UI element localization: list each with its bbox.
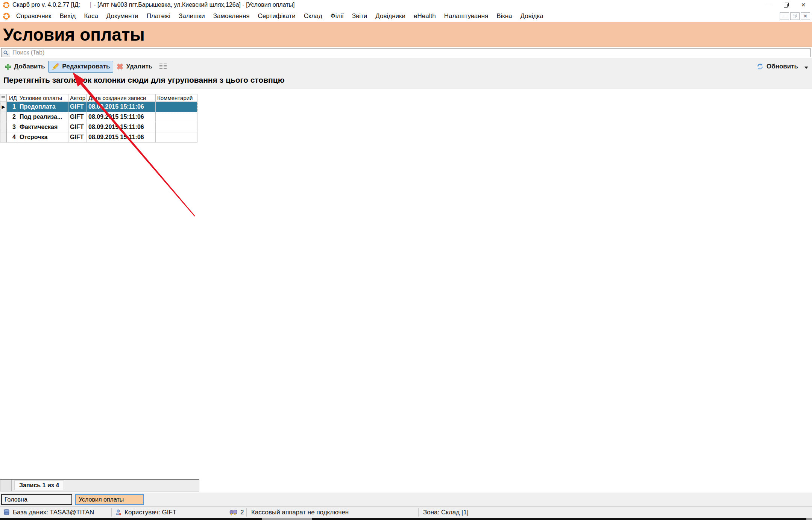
plus-icon [5,64,11,70]
app-logo-icon [3,2,9,8]
cell-author: GIFT [68,112,87,122]
bottom-tabs: Головна Условия оплаты [0,493,812,506]
status-bar: База даних: TASA3@TITAN Користувач: GIFT… [0,506,812,518]
menu-bar: Справочник Вихід Каса Документи Платежі … [0,10,812,22]
record-nav-cell[interactable] [0,480,12,491]
connection-icon [229,509,237,515]
menu-vykhid[interactable]: Вихід [56,10,80,22]
row-indicator [0,112,7,122]
cell-author: GIFT [68,102,87,112]
add-button[interactable]: Добавить [2,61,48,72]
menu-nalashtuvannia[interactable]: Налаштування [440,10,493,22]
payment-terms-grid: ИД Условие оплаты Автор Дата создания за… [0,94,197,143]
cell-name: Отсрочка [18,132,68,143]
menu-vikna[interactable]: Вікна [492,10,516,22]
menu-dovidnyky[interactable]: Довідники [371,10,410,22]
column-header-comment[interactable]: Комментарий [156,94,197,102]
table-row[interactable]: 2 Под реализа... GIFT 08.09.2015 15:11:0… [0,112,197,122]
statusbar-connections: 2 [229,507,244,518]
menu-zalyshky[interactable]: Залишки [175,10,209,22]
zone-label: Зона: Склад [1] [423,509,469,516]
tab-payment-terms[interactable]: Условия оплаты [75,494,144,505]
minimize-button[interactable] [760,0,777,10]
column-header-created[interactable]: Дата создания записи [87,94,156,102]
menu-filii[interactable]: Філії [326,10,348,22]
cell-author: GIFT [68,132,87,143]
column-header-author[interactable]: Автор [68,94,87,102]
statusbar-separator [246,508,247,517]
menu-zamovlennia[interactable]: Замовлення [209,10,254,22]
menu-spravochnik[interactable]: Справочник [12,10,56,22]
cell-id: 2 [7,112,18,122]
table-row[interactable]: 3 Фактическая GIFT 08.09.2015 15:11:06 [0,122,197,132]
refresh-button-label: Обновить [766,63,798,70]
mdi-restore-icon [793,14,797,18]
row-indicator: ▶ [0,102,7,112]
refresh-icon [756,63,764,70]
edit-button[interactable]: Редактировать [48,61,113,73]
cell-created: 08.09.2015 15:11:06 [87,132,156,143]
restore-icon [784,3,789,8]
delete-button[interactable]: Удалить [113,61,156,72]
page-banner: Условия оплаты [0,22,812,47]
grid-control-panel: Добавить Редактировать Удалить [0,58,812,89]
edit-button-label: Редактировать [62,63,110,70]
cell-id: 3 [7,122,18,132]
refresh-button[interactable]: Обновить [753,61,801,72]
close-icon: ✕ [801,2,806,8]
window-title-prefix: Скарб pro v. 4.0.2.77 [ІД: [12,2,80,8]
pencil-icon [52,63,59,71]
bottom-strip-segment [806,518,812,520]
user-label: Користувач: GIFT [124,509,176,516]
cell-created: 08.09.2015 15:11:06 [87,102,156,112]
mdi-restore-button[interactable] [790,12,800,20]
connection-count: 2 [240,509,244,516]
statusbar-cash-device: Кассовый аппарат не подключен [251,507,349,518]
window-title: Скарб pro v. 4.0.2.77 [ІД: | - [Апт №003… [12,2,294,8]
menu-ehealth[interactable]: eHealth [410,10,440,22]
menu-dovidka[interactable]: Довідка [516,10,548,22]
statusbar-separator [418,508,419,517]
mdi-minimize-button[interactable] [780,12,789,20]
column-header-id[interactable]: ИД [7,94,18,102]
statusbar-zone: Зона: Склад [1] [423,507,469,518]
toolbar: Добавить Редактировать Удалить [0,58,812,75]
cell-id: 4 [7,132,18,143]
mdi-close-button[interactable]: ✕ [801,12,810,20]
cell-author: GIFT [68,122,87,132]
tab-home[interactable]: Головна [1,494,72,505]
menu-sklad[interactable]: Склад [300,10,326,22]
row-indicator [0,122,7,132]
delete-button-label: Удалить [126,63,152,70]
cell-comment [156,122,197,132]
menu-sertyfikaty[interactable]: Сертифікати [254,10,300,22]
search-icon-button[interactable] [2,49,10,57]
restore-button[interactable] [777,0,795,10]
search-input[interactable] [10,49,810,57]
cell-name: Под реализа... [18,112,68,122]
search-icon [3,50,9,56]
page-title: Условия оплаты [3,24,145,45]
hamburger-icon [2,96,5,100]
cell-comment [156,102,197,112]
column-chooser-icon[interactable] [159,64,167,70]
menu-logo-icon [3,13,10,20]
window-title-separator: | [90,2,91,8]
cell-created: 08.09.2015 15:11:06 [87,122,156,132]
close-button[interactable]: ✕ [795,0,812,10]
grid-corner-icon[interactable] [0,94,7,102]
menu-kasa[interactable]: Каса [80,10,102,22]
table-row[interactable]: ▶ 1 Предоплата GIFT 08.09.2015 15:11:06 [0,102,197,112]
row-indicator [0,132,7,143]
table-row[interactable]: 4 Отсрочка GIFT 08.09.2015 15:11:06 [0,132,197,143]
column-header-name[interactable]: Условие оплаты [18,94,68,102]
menu-platezhi[interactable]: Платежі [143,10,175,22]
menu-zvity[interactable]: Звіти [348,10,371,22]
database-icon [3,509,10,515]
title-bar: Скарб pro v. 4.0.2.77 [ІД: | - [Апт №003… [0,0,812,10]
record-navigator: Запись 1 из 4 [0,479,199,491]
group-by-hint: Перетягніть заголовок колонки сюди для у… [3,76,285,85]
menu-dokumenty[interactable]: Документи [102,10,143,22]
record-count-label: Запись 1 из 4 [14,481,64,490]
refresh-dropdown-caret[interactable] [804,67,808,69]
